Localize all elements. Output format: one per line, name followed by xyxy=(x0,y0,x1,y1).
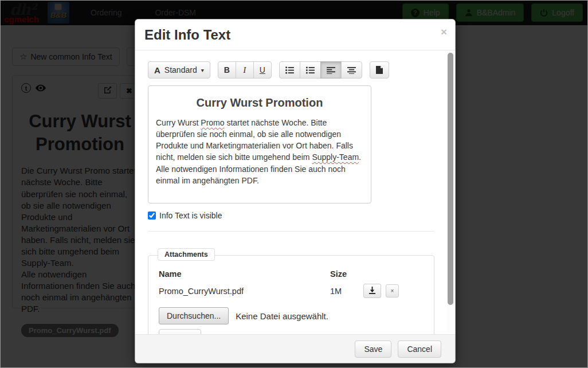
ordered-list-button[interactable] xyxy=(300,61,321,79)
file-icon xyxy=(376,66,383,74)
align-center-button[interactable] xyxy=(341,61,362,79)
editor-heading: Curry Wurst Promotion xyxy=(156,96,363,109)
format-group: B I U xyxy=(218,61,272,79)
list-align-group xyxy=(279,61,362,79)
paragraph-style-dropdown[interactable]: A Standard ▾ xyxy=(148,61,210,79)
column-header-name: Name xyxy=(159,269,330,279)
style-label: Standard xyxy=(164,65,197,75)
unordered-list-icon xyxy=(285,66,294,74)
file-upload-row: Durchsuchen... Keine Datei ausgewählt. xyxy=(159,307,424,324)
italic-button[interactable]: I xyxy=(236,61,254,79)
column-header-size: Size xyxy=(330,269,363,279)
download-attachment-button[interactable] xyxy=(363,284,381,298)
section-divider xyxy=(148,231,434,232)
save-button[interactable]: Save xyxy=(355,340,391,358)
align-left-icon xyxy=(327,66,335,74)
info-text-visible-checkbox[interactable] xyxy=(148,212,156,220)
cancel-button[interactable]: Cancel xyxy=(398,340,441,358)
insert-file-button[interactable] xyxy=(370,61,389,79)
application-window: dh² cgmelch B&B Ordering Order-DSM ? Hel… xyxy=(0,0,588,368)
ordered-list-icon xyxy=(306,66,315,74)
editor-paragraph: Curry Wurst Promo startet nächste Woche.… xyxy=(156,117,363,163)
chevron-down-icon: ▾ xyxy=(201,67,204,73)
rich-text-editor[interactable]: Curry Wurst Promotion Curry Wurst Promo … xyxy=(148,85,371,203)
attachments-table: Name Size Promo_CurryWurst.pdf 1M × xyxy=(159,269,424,298)
edit-info-text-modal: Edit Info Text × A Standard ▾ B I U xyxy=(135,19,456,363)
upload-button[interactable]: Upload xyxy=(159,329,201,334)
style-group: A Standard ▾ xyxy=(148,61,210,79)
editor-paragraph: Alle notwendigen Informationen finden Si… xyxy=(156,163,363,186)
attachments-legend: Attachments xyxy=(158,248,215,261)
modal-footer: Save Cancel xyxy=(135,334,455,363)
align-center-icon xyxy=(347,66,356,74)
editor-toolbar: A Standard ▾ B I U xyxy=(148,61,434,79)
misspelled-word: Supply-Team xyxy=(312,152,359,162)
modal-scrollbar-track[interactable] xyxy=(447,52,454,333)
unordered-list-button[interactable] xyxy=(279,61,300,79)
attachment-actions: × xyxy=(363,284,424,298)
attachments-fieldset: Attachments Name Size Promo_CurryWurst.p… xyxy=(148,255,434,334)
remove-attachment-button[interactable]: × xyxy=(386,284,399,297)
modal-title: Edit Info Text xyxy=(144,27,446,43)
bold-button[interactable]: B xyxy=(218,61,236,79)
visibility-label: Info Text is visible xyxy=(159,211,222,220)
attachment-size-cell: 1M xyxy=(330,287,363,296)
file-group xyxy=(370,61,389,79)
close-icon[interactable]: × xyxy=(441,26,447,37)
align-left-button[interactable] xyxy=(320,61,342,79)
modal-scrollbar-thumb[interactable] xyxy=(448,53,453,305)
misspelled-word: Promo xyxy=(201,118,224,127)
no-file-selected-label: Keine Datei ausgewählt. xyxy=(236,311,328,321)
attachment-name-cell: Promo_CurryWurst.pdf xyxy=(159,287,330,296)
modal-header: Edit Info Text × xyxy=(135,19,455,50)
modal-body: A Standard ▾ B I U xyxy=(135,50,455,334)
font-style-icon: A xyxy=(154,65,160,75)
visibility-row: Info Text is visible xyxy=(148,211,434,220)
browse-file-button[interactable]: Durchsuchen... xyxy=(159,307,229,324)
download-icon xyxy=(369,287,376,296)
underline-button[interactable]: U xyxy=(253,61,272,79)
